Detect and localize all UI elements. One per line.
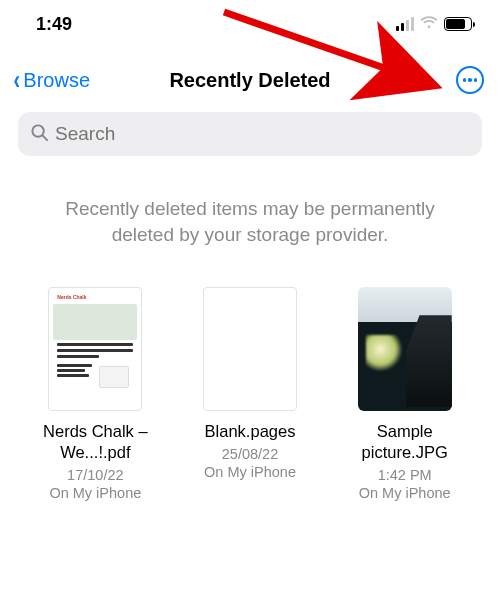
file-thumbnail: Nerds Chalk (48, 287, 142, 411)
file-thumbnail (358, 287, 452, 411)
back-label: Browse (23, 69, 90, 92)
files-grid: Nerds Chalk Nerds Chalk – We...!.pdf 17/… (0, 267, 500, 500)
file-name: Sample picture.JPG (335, 421, 474, 462)
file-thumbnail (203, 287, 297, 411)
back-button[interactable]: ‹ Browse (12, 66, 90, 94)
file-item[interactable]: Nerds Chalk Nerds Chalk – We...!.pdf 17/… (26, 287, 165, 500)
file-item[interactable]: Blank.pages 25/08/22 On My iPhone (181, 287, 320, 500)
wifi-icon (420, 16, 438, 34)
file-date: 1:42 PM (378, 467, 432, 483)
file-date: 17/10/22 (67, 467, 123, 483)
ellipsis-icon (463, 78, 467, 82)
file-name: Blank.pages (205, 421, 296, 442)
status-bar: 1:49 (0, 0, 500, 44)
search-input[interactable] (55, 123, 470, 145)
more-options-button[interactable] (456, 66, 484, 94)
file-name: Nerds Chalk – We...!.pdf (26, 421, 165, 462)
navigation-bar: ‹ Browse Recently Deleted (0, 44, 500, 108)
status-time: 1:49 (36, 14, 72, 35)
file-item[interactable]: Sample picture.JPG 1:42 PM On My iPhone (335, 287, 474, 500)
info-message: Recently deleted items may be permanentl… (0, 156, 500, 267)
svg-line-1 (43, 135, 48, 140)
search-bar[interactable] (18, 112, 482, 156)
status-indicators (396, 15, 472, 33)
file-location: On My iPhone (49, 485, 141, 501)
battery-icon (444, 17, 472, 31)
file-date: 25/08/22 (222, 446, 278, 462)
ellipsis-icon (474, 78, 478, 82)
chevron-left-icon: ‹ (13, 66, 20, 94)
file-location: On My iPhone (359, 485, 451, 501)
ellipsis-icon (468, 78, 472, 82)
file-location: On My iPhone (204, 464, 296, 480)
search-icon (30, 123, 49, 146)
page-title: Recently Deleted (169, 69, 330, 92)
cellular-signal-icon (396, 17, 414, 31)
